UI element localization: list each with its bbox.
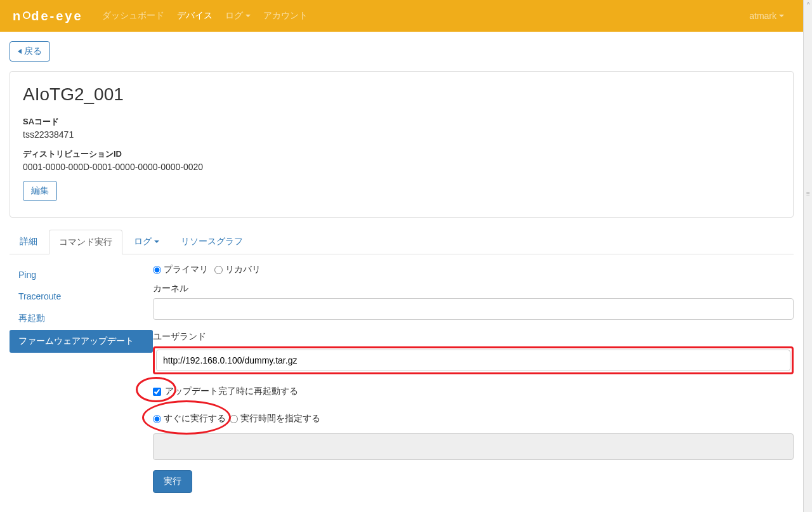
nav-user-menu[interactable]: atmark <box>749 11 784 21</box>
radio-exec-now[interactable] <box>153 415 161 423</box>
radio-primary-wrap[interactable]: プライマリ <box>153 264 208 275</box>
sidebar-item-ping[interactable]: Ping <box>10 264 153 286</box>
caret-down-icon <box>246 15 251 17</box>
radio-primary-label: プライマリ <box>164 264 208 275</box>
radio-exec-now-label: すぐに実行する <box>164 413 226 424</box>
tab-resource[interactable]: リソースグラフ <box>171 229 253 254</box>
caret-down-icon <box>154 240 159 243</box>
nav-dashboard[interactable]: ダッシュボード <box>102 10 164 22</box>
radio-exec-time-wrap[interactable]: 実行時間を指定する <box>230 413 320 424</box>
radio-exec-time[interactable] <box>230 415 238 423</box>
nav-account[interactable]: アカウント <box>263 10 308 22</box>
command-sidebar: Ping Traceroute 再起動 ファームウェアアップデート <box>10 264 153 493</box>
caret-down-icon <box>779 15 784 17</box>
device-panel: AIoTG2_001 SAコード tss22338471 ディストリビューション… <box>10 71 794 218</box>
tab-command[interactable]: コマンド実行 <box>49 230 122 254</box>
radio-exec-time-label: 実行時間を指定する <box>240 413 320 424</box>
reboot-checkbox-label: アップデート完了時に再起動する <box>165 386 298 397</box>
sidebar-item-firmware-update[interactable]: ファームウェアアップデート <box>10 330 153 353</box>
sidebar-item-traceroute[interactable]: Traceroute <box>10 286 153 307</box>
radio-recovery-wrap[interactable]: リカバリ <box>214 264 261 275</box>
radio-exec-now-wrap[interactable]: すぐに実行する <box>153 413 226 424</box>
nav-user-label: atmark <box>749 11 776 21</box>
radio-primary[interactable] <box>153 266 161 274</box>
back-button-label: 戻る <box>24 46 42 57</box>
device-title: AIoTG2_001 <box>23 84 780 105</box>
dist-id-label: ディストリビューションID <box>23 148 780 160</box>
kernel-input[interactable] <box>153 298 794 320</box>
scroll-up-icon[interactable]: ^ <box>804 1 812 8</box>
back-button[interactable]: 戻る <box>10 41 50 62</box>
scrollbar[interactable]: ^ ≡ <box>803 0 812 512</box>
sa-code-value: tss22338471 <box>23 129 780 140</box>
sa-code-label: SAコード <box>23 116 780 128</box>
brand-logo: nde-eye <box>13 9 83 23</box>
userland-highlight <box>153 346 794 374</box>
kernel-label: カーネル <box>153 283 794 294</box>
userland-input[interactable] <box>156 350 790 371</box>
execute-button[interactable]: 実行 <box>153 470 192 493</box>
sidebar-item-reboot[interactable]: 再起動 <box>10 307 153 330</box>
tab-log[interactable]: ログ <box>124 229 169 254</box>
nav-log-label: ログ <box>225 10 243 22</box>
tab-log-label: ログ <box>134 236 152 247</box>
nav-log[interactable]: ログ <box>225 10 251 22</box>
command-form: プライマリ リカバリ カーネル ユーザランド <box>153 264 794 493</box>
tab-detail[interactable]: 詳細 <box>10 229 48 254</box>
tabs: 詳細 コマンド実行 ログ リソースグラフ <box>10 229 794 254</box>
userland-label: ユーザランド <box>153 331 794 343</box>
radio-recovery-label: リカバリ <box>225 264 261 275</box>
radio-recovery[interactable] <box>214 266 223 274</box>
time-input-disabled <box>153 433 794 460</box>
scroll-grip-icon[interactable]: ≡ <box>804 190 812 197</box>
nav-device[interactable]: デバイス <box>177 10 213 22</box>
top-navbar: nde-eye ダッシュボード デバイス ログ アカウント atmark <box>0 0 803 32</box>
reboot-checkbox[interactable] <box>153 388 161 396</box>
dist-id-value: 0001-0000-000D-0001-0000-0000-0000-0020 <box>23 162 780 172</box>
arrow-left-icon <box>18 49 22 54</box>
edit-button[interactable]: 編集 <box>23 181 57 201</box>
